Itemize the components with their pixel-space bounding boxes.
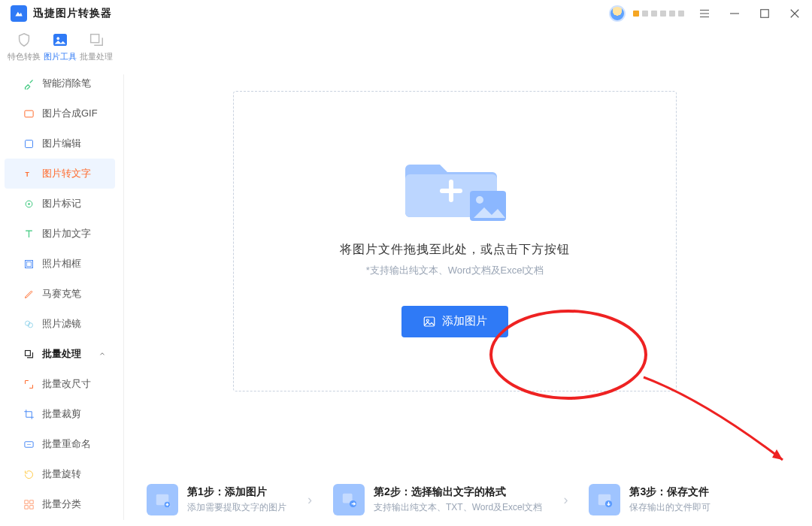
- shield-icon: [14, 30, 34, 50]
- sidebar-item-frame[interactable]: 照片相框: [5, 249, 115, 279]
- step3-icon: [589, 484, 620, 515]
- sidebar-item-mosaic[interactable]: 马赛克笔: [5, 279, 115, 309]
- svg-point-2: [56, 37, 59, 40]
- nav-label: 特色转换: [8, 51, 41, 62]
- resize-icon: [23, 378, 35, 390]
- step1-icon: [147, 484, 178, 515]
- app-title: 迅捷图片转换器: [33, 7, 112, 20]
- rename-icon: [23, 438, 35, 450]
- pencil-icon: [23, 288, 35, 300]
- svg-rect-18: [29, 505, 32, 508]
- sidebar-item-ocr[interactable]: T 图片转文字: [5, 159, 115, 189]
- frame-icon: [23, 258, 35, 270]
- svg-point-22: [426, 319, 429, 322]
- dropzone[interactable]: 将图片文件拖拽至此处，或点击下方按钮 *支持输出纯文本、Word文档及Excel…: [233, 91, 677, 391]
- titlebar: 迅捷图片转换器: [0, 0, 812, 27]
- svg-rect-5: [25, 140, 32, 147]
- content-area: 将图片文件拖拽至此处，或点击下方按钮 *支持输出纯文本、Word文档及Excel…: [124, 68, 812, 526]
- sidebar-item-label: 照片滤镜: [42, 317, 81, 331]
- sidebar-item-label: 图片加文字: [42, 227, 91, 240]
- dropzone-title: 将图片文件拖拽至此处，或点击下方按钮: [340, 242, 570, 258]
- gif-icon: [23, 107, 35, 119]
- step-3: 第3步：保存文件 保存输出的文件即可: [589, 484, 710, 515]
- avatar-icon[interactable]: [609, 5, 626, 22]
- close-button[interactable]: [788, 7, 801, 20]
- menu-button[interactable]: [698, 7, 711, 20]
- vip-indicator[interactable]: [633, 11, 684, 17]
- sidebar-item-label: 图片转文字: [42, 167, 91, 180]
- filter-icon: [23, 318, 35, 330]
- nav-batch[interactable]: 批量处理: [78, 30, 114, 62]
- text-icon: T: [23, 168, 35, 180]
- chevron-up-icon: [98, 349, 106, 360]
- svg-rect-0: [761, 10, 769, 18]
- step1-desc: 添加需要提取文字的图片: [187, 501, 286, 514]
- sidebar-section-batch[interactable]: 批量处理: [5, 339, 115, 369]
- svg-rect-15: [24, 500, 27, 503]
- image-icon: [423, 315, 436, 328]
- sidebar-item-label: 图片编辑: [42, 137, 81, 150]
- sidebar-item-filter[interactable]: 照片滤镜: [5, 309, 115, 339]
- sidebar-item-label: 马赛克笔: [42, 287, 81, 301]
- rotate-icon: [23, 468, 35, 480]
- nav-label: 批量处理: [80, 51, 113, 62]
- edit-icon: [23, 138, 35, 150]
- svg-point-8: [28, 203, 30, 205]
- image-icon: [50, 30, 70, 50]
- sidebar-item-resize[interactable]: 批量改尺寸: [5, 369, 115, 399]
- sidebar-item-classify[interactable]: 批量分类: [5, 489, 115, 519]
- chevron-right-icon: ›: [551, 492, 580, 508]
- sidebar-item-gif[interactable]: 图片合成GIF: [5, 98, 115, 128]
- add-text-icon: [23, 228, 35, 240]
- svg-rect-3: [91, 35, 99, 43]
- add-image-button[interactable]: 添加图片: [401, 306, 508, 337]
- step3-title: 第3步：保存文件: [629, 485, 710, 499]
- sidebar-item-label: 批量分类: [42, 497, 81, 511]
- target-icon: [23, 198, 35, 210]
- svg-rect-13: [25, 350, 30, 355]
- nav-label: 图片工具: [44, 51, 77, 62]
- svg-rect-16: [29, 500, 32, 503]
- step2-title: 第2步：选择输出文字的格式: [374, 485, 542, 499]
- svg-rect-10: [26, 261, 31, 266]
- step2-icon: [333, 484, 365, 515]
- sidebar-item-label: 批量裁剪: [42, 407, 81, 421]
- sidebar-item-edit[interactable]: 图片编辑: [5, 128, 115, 159]
- sidebar-item-label: 智能消除笔: [42, 77, 91, 90]
- step1-title: 第1步：添加图片: [187, 485, 286, 499]
- stack-icon: [23, 348, 35, 360]
- sidebar-item-rename[interactable]: 批量重命名: [5, 429, 115, 459]
- annotation-arrow-icon: [636, 370, 794, 467]
- folder-illustration-icon: [398, 146, 511, 228]
- sidebar-item-rotate[interactable]: 批量旋转: [5, 459, 115, 489]
- batch-icon: [86, 30, 106, 50]
- sidebar-item-mark[interactable]: 图片标记: [5, 189, 115, 219]
- nav-image-tools[interactable]: 图片工具: [42, 30, 78, 62]
- sidebar-item-label: 批量旋转: [42, 467, 81, 481]
- svg-rect-17: [24, 505, 27, 508]
- sidebar-section-label: 批量处理: [42, 347, 81, 361]
- chevron-right-icon: ›: [295, 492, 324, 508]
- sidebar-item-label: 照片相框: [42, 257, 81, 271]
- top-nav: 特色转换 图片工具 批量处理: [0, 27, 812, 68]
- app-logo-icon: [11, 5, 27, 22]
- magic-eraser-icon: [23, 77, 35, 89]
- svg-point-20: [476, 196, 483, 204]
- svg-rect-21: [424, 317, 435, 326]
- minimize-button[interactable]: [728, 7, 741, 20]
- sidebar-item-label: 图片标记: [42, 197, 81, 210]
- sidebar-item-addtext[interactable]: 图片加文字: [5, 219, 115, 249]
- nav-special[interactable]: 特色转换: [6, 30, 42, 62]
- sidebar-item-label: 批量改尺寸: [42, 377, 91, 391]
- dropzone-subtitle: *支持输出纯文本、Word文档及Excel文档: [366, 264, 544, 277]
- steps-footer: 第1步：添加图片 添加需要提取文字的图片 › 第2步：选择输出文字的格式 支持输…: [147, 484, 804, 515]
- maximize-button[interactable]: [758, 7, 771, 20]
- crop-icon: [23, 408, 35, 420]
- sidebar-item-crop[interactable]: 批量裁剪: [5, 399, 115, 429]
- svg-rect-4: [24, 110, 32, 117]
- add-image-label: 添加图片: [442, 314, 487, 328]
- sidebar-item-eraser[interactable]: 智能消除笔: [5, 68, 115, 98]
- step-1: 第1步：添加图片 添加需要提取文字的图片: [147, 484, 286, 515]
- step-2: 第2步：选择输出文字的格式 支持输出纯文本、TXT、Word及Excel文档: [333, 484, 542, 515]
- step3-desc: 保存输出的文件即可: [629, 501, 710, 514]
